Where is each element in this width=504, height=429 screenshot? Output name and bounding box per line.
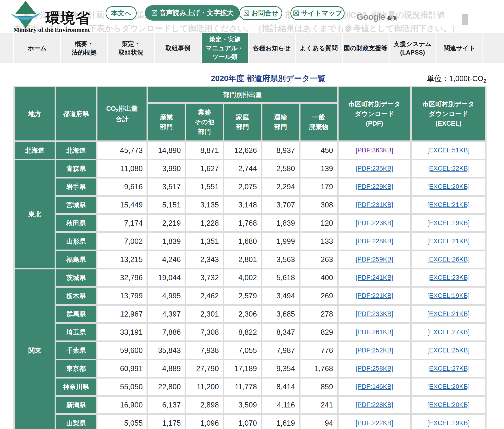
unit-text: 単位：1,000t-CO <box>427 74 483 83</box>
table-row: 埼玉県33,1917,8867,3088,8228,347829[PDF:261… <box>15 324 485 341</box>
excel-download-link[interactable]: [EXCEL:21KB] <box>427 310 469 317</box>
business_other-value: 7,938 <box>186 342 223 359</box>
sitemap-button[interactable]: ☒ サイトマップ <box>290 6 344 20</box>
pdf-download-link[interactable]: [PDF:259KB] <box>356 256 393 263</box>
co2-subscript: 2 <box>116 108 118 113</box>
col-header-excel-download: 市区町村別データ ダウンロード (EXCEL) <box>412 87 485 140</box>
pdf-download-link[interactable]: [PDF:229KB] <box>356 183 393 190</box>
page-title: 2020年度 都道府県別データ一覧 <box>13 73 487 84</box>
pdf-cell: [PDF:228KB] <box>339 397 410 413</box>
transport-value: 1,839 <box>262 215 299 231</box>
excel-cell: [EXCEL:21KB] <box>412 306 485 322</box>
total-value: 13,799 <box>98 288 146 304</box>
nav-item-5[interactable]: 策定・実施 マニュアル・ ツール類 <box>202 33 248 63</box>
pdf-download-link[interactable]: [PDF:258KB] <box>356 365 393 372</box>
col-header-sector-2: 業務 その他 部門 <box>186 104 223 140</box>
voice-readout-text-zoom-button[interactable]: ☒ 音声読み上げ・文字拡大 <box>145 5 240 21</box>
pdf-download-link[interactable]: [PDF:252KB] <box>356 347 393 354</box>
excel-download-link[interactable]: [EXCEL:27KB] <box>427 329 469 336</box>
total-value: 7,174 <box>98 215 146 231</box>
pdf-cell: [PDF:258KB] <box>339 360 410 377</box>
total-value: 7,002 <box>98 233 146 250</box>
pdf-cell: [PDF:228KB] <box>339 233 410 250</box>
excel-cell: [EXCEL:20KB] <box>412 378 485 395</box>
excel-download-link[interactable]: [EXCEL:20KB] <box>427 401 469 408</box>
missing-glyph-icon: ☒ <box>243 9 250 18</box>
pdf-cell: [PDF:241KB] <box>339 269 410 286</box>
pdf-download-link[interactable]: [PDF:231KB] <box>356 201 393 208</box>
pdf-download-link[interactable]: [PDF:261KB] <box>356 329 393 336</box>
moe-logo-icon <box>9 0 42 29</box>
pdf-download-link[interactable]: [PDF:241KB] <box>356 274 393 281</box>
waste-value: 1,768 <box>300 360 337 377</box>
nav-item-9[interactable]: 支援システム (LAPSS) <box>389 33 435 63</box>
excel-download-link[interactable]: [EXCEL:25KB] <box>427 347 469 354</box>
pdf-download-link[interactable]: [PDF:233KB] <box>356 310 393 317</box>
pdf-download-link[interactable]: [PDF:222KB] <box>356 420 393 427</box>
table-row: 秋田県7,1742,2191,2281,7681,839120[PDF:223K… <box>15 215 485 231</box>
google-logo: Google <box>357 12 385 22</box>
prefecture-emissions-table: 地方 都道府県 CO2排出量 合計 部門別排出量 市区町村別データ ダウンロード… <box>13 86 486 429</box>
nav-item-7[interactable]: よくある質問 <box>296 33 342 63</box>
business_other-value: 2,898 <box>186 397 223 413</box>
nav-left-spacer <box>0 33 13 63</box>
excel-download-link[interactable]: [EXCEL:23KB] <box>427 274 469 281</box>
excel-download-link[interactable]: [EXCEL:19KB] <box>427 292 469 299</box>
main-nav: ホーム概要・ 法的根拠策定・ 取組状況取組事例策定・実施 マニュアル・ ツール類… <box>0 33 504 63</box>
business_other-value: 7,308 <box>186 324 223 341</box>
pdf-download-link[interactable]: [PDF:146KB] <box>356 383 393 390</box>
nav-item-4[interactable]: 取組事例 <box>155 33 201 63</box>
table-row: 群馬県12,9674,3972,3012,3063,685278[PDF:233… <box>15 306 485 322</box>
nav-item-6[interactable]: 各種お知らせ <box>249 33 295 63</box>
excel-download-link[interactable]: [EXCEL:20KB] <box>427 183 469 190</box>
transport-value: 1,999 <box>262 233 299 250</box>
table-row: 山梨県5,0551,1751,0961,0701,61994[PDF:222KB… <box>15 415 485 429</box>
excel-cell: [EXCEL:23KB] <box>412 269 485 286</box>
table-row: 東北青森県11,0803,9901,6272,7442,580139[PDF:2… <box>15 160 485 177</box>
business_other-value: 2,301 <box>186 306 223 322</box>
total-value: 15,449 <box>98 197 146 213</box>
prefecture-cell: 岩手県 <box>56 178 96 195</box>
industry-value: 4,397 <box>148 306 185 322</box>
pdf-download-link[interactable]: [PDF:235KB] <box>356 165 393 172</box>
nav-item-2[interactable]: 概要・ 法的根拠 <box>61 33 107 63</box>
prefecture-cell: 茨城県 <box>56 269 96 286</box>
excel-download-link[interactable]: [EXCEL:27KB] <box>427 365 469 372</box>
skip-to-content-button[interactable]: 本文へ <box>106 6 137 20</box>
excel-download-link[interactable]: [EXCEL:22KB] <box>427 165 469 172</box>
excel-download-link[interactable]: [EXCEL:19KB] <box>427 420 469 427</box>
business_other-value: 11,200 <box>186 378 223 395</box>
pdf-download-link[interactable]: [PDF:221KB] <box>356 292 393 299</box>
nav-right-spacer <box>483 33 504 63</box>
nav-item-8[interactable]: 国の財政支援等 <box>343 33 389 63</box>
business_other-value: 1,551 <box>186 178 223 195</box>
business_other-value: 1,096 <box>186 415 223 429</box>
industry-value: 19,044 <box>148 269 185 286</box>
prefecture-cell: 青森県 <box>56 160 96 177</box>
total-value: 32,796 <box>98 269 146 286</box>
nav-item-10[interactable]: 関連サイト <box>436 33 482 63</box>
nav-item-1[interactable]: ホーム <box>14 33 60 63</box>
household-value: 2,075 <box>224 178 261 195</box>
excel-download-link[interactable]: [EXCEL:21KB] <box>427 237 469 245</box>
total-value: 12,967 <box>98 306 146 322</box>
household-value: 11,778 <box>224 378 261 395</box>
pdf-cell: [PDF:223KB] <box>339 215 410 231</box>
transport-value: 2,294 <box>262 178 299 195</box>
pdf-download-link[interactable]: [PDF:223KB] <box>356 219 393 227</box>
excel-cell: [EXCEL:27KB] <box>412 360 485 377</box>
contact-button[interactable]: ☒ お問合せ <box>239 6 282 20</box>
pdf-download-link[interactable]: [PDF:228KB] <box>356 237 393 245</box>
pdf-cell: [PDF:146KB] <box>339 378 410 395</box>
pdf-download-link[interactable]: [PDF:228KB] <box>356 401 393 408</box>
excel-download-link[interactable]: [EXCEL:51KB] <box>427 147 469 154</box>
excel-cell: [EXCEL:19KB] <box>412 415 485 429</box>
excel-download-link[interactable]: [EXCEL:20KB] <box>427 383 469 390</box>
business_other-value: 1,627 <box>186 160 223 177</box>
excel-download-link[interactable]: [EXCEL:26KB] <box>427 256 469 263</box>
total-value: 11,080 <box>98 160 146 177</box>
pdf-download-link[interactable]: [PDF:363KB] <box>356 147 393 154</box>
nav-item-3[interactable]: 策定・ 取組状況 <box>108 33 154 63</box>
excel-download-link[interactable]: [EXCEL:21KB] <box>427 201 469 208</box>
excel-download-link[interactable]: [EXCEL:19KB] <box>427 219 469 227</box>
